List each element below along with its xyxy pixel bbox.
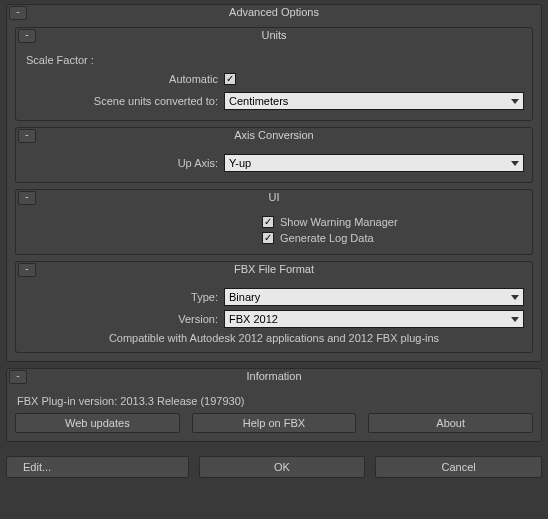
advanced-options-group: - Advanced Options - Units Scale Factor …: [6, 4, 542, 362]
log-label: Generate Log Data: [280, 232, 374, 244]
type-value: Binary: [229, 291, 260, 303]
fbx-note: Compatible with Autodesk 2012 applicatio…: [24, 332, 524, 344]
automatic-checkbox[interactable]: [224, 73, 236, 85]
chevron-down-icon: [511, 161, 519, 166]
type-label: Type:: [24, 291, 224, 303]
units-title: Units: [16, 29, 532, 41]
converted-label: Scene units converted to:: [24, 95, 224, 107]
ui-header[interactable]: - UI: [16, 190, 532, 206]
collapse-button-information[interactable]: -: [9, 370, 27, 384]
ui-title: UI: [16, 191, 532, 203]
edit-button[interactable]: Edit...: [6, 456, 189, 478]
units-group: - Units Scale Factor : Automatic Scene u…: [15, 27, 533, 121]
chevron-down-icon: [511, 295, 519, 300]
ui-group: - UI Show Warning Manager Generate Log D…: [15, 189, 533, 255]
collapse-button-units[interactable]: -: [18, 29, 36, 43]
information-group: - Information FBX Plug-in version: 2013.…: [6, 368, 542, 442]
converted-value: Centimeters: [229, 95, 288, 107]
up-axis-label: Up Axis:: [24, 157, 224, 169]
type-select[interactable]: Binary: [224, 288, 524, 306]
advanced-options-header[interactable]: - Advanced Options: [7, 5, 541, 21]
log-checkbox[interactable]: [262, 232, 274, 244]
automatic-label: Automatic: [24, 73, 224, 85]
collapse-button-fbx[interactable]: -: [18, 263, 36, 277]
axis-header[interactable]: - Axis Conversion: [16, 128, 532, 144]
advanced-options-title: Advanced Options: [7, 6, 541, 18]
chevron-down-icon: [511, 317, 519, 322]
ok-button[interactable]: OK: [199, 456, 366, 478]
collapse-button-ui[interactable]: -: [18, 191, 36, 205]
up-axis-select[interactable]: Y-up: [224, 154, 524, 172]
footer-bar: Edit... OK Cancel: [0, 452, 548, 484]
chevron-down-icon: [511, 99, 519, 104]
axis-title: Axis Conversion: [16, 129, 532, 141]
collapse-button-axis[interactable]: -: [18, 129, 36, 143]
plugin-version-text: FBX Plug-in version: 2013.3 Release (197…: [17, 395, 531, 407]
scale-factor-label: Scale Factor :: [26, 54, 522, 66]
units-header[interactable]: - Units: [16, 28, 532, 44]
about-button[interactable]: About: [368, 413, 533, 433]
fbx-title: FBX File Format: [16, 263, 532, 275]
information-title: Information: [7, 370, 541, 382]
warning-label: Show Warning Manager: [280, 216, 398, 228]
cancel-button[interactable]: Cancel: [375, 456, 542, 478]
web-updates-button[interactable]: Web updates: [15, 413, 180, 433]
collapse-button-advanced[interactable]: -: [9, 6, 27, 20]
up-axis-value: Y-up: [229, 157, 251, 169]
warning-checkbox[interactable]: [262, 216, 274, 228]
version-value: FBX 2012: [229, 313, 278, 325]
version-select[interactable]: FBX 2012: [224, 310, 524, 328]
converted-select[interactable]: Centimeters: [224, 92, 524, 110]
fbx-group: - FBX File Format Type: Binary: [15, 261, 533, 353]
axis-group: - Axis Conversion Up Axis: Y-up: [15, 127, 533, 183]
version-label: Version:: [24, 313, 224, 325]
information-header[interactable]: - Information: [7, 369, 541, 385]
fbx-header[interactable]: - FBX File Format: [16, 262, 532, 278]
help-button[interactable]: Help on FBX: [192, 413, 357, 433]
